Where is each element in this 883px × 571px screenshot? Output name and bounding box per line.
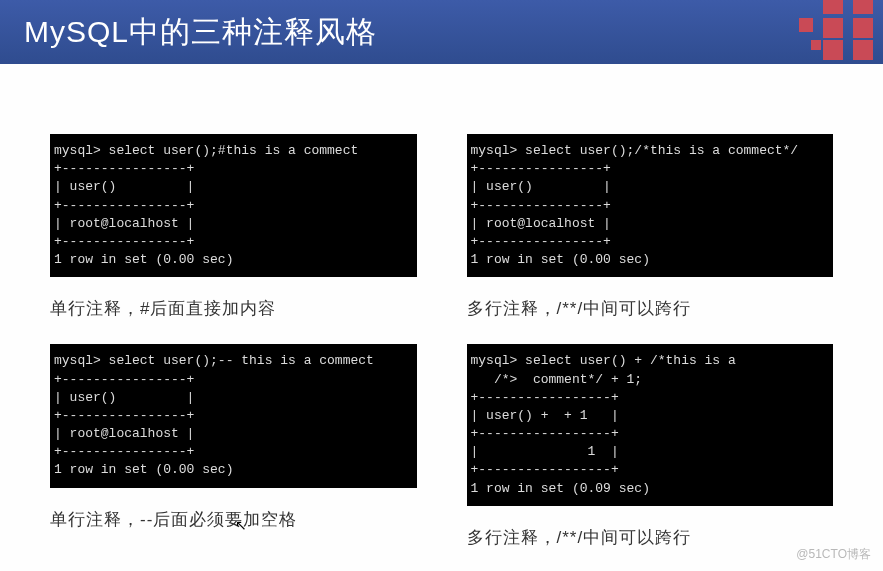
example-block-dash-comment: mysql> select user();-- this is a commec… xyxy=(50,344,417,549)
slide-content: mysql> select user();#this is a commect … xyxy=(0,64,883,569)
terminal-output: mysql> select user() + /*this is a /*> c… xyxy=(467,344,834,506)
terminal-output: mysql> select user();-- this is a commec… xyxy=(50,344,417,487)
slide-title: MySQL中的三种注释风格 xyxy=(24,12,377,53)
example-caption: 多行注释，/**/中间可以跨行 xyxy=(467,297,834,320)
terminal-output: mysql> select user();#this is a commect … xyxy=(50,134,417,277)
slide-header: MySQL中的三种注释风格 xyxy=(0,0,883,64)
example-block-multiline-span: mysql> select user() + /*this is a /*> c… xyxy=(467,344,834,549)
example-block-multiline-comment: mysql> select user();/*this is a commect… xyxy=(467,134,834,320)
example-caption: 单行注释，--后面必须要加空格 xyxy=(50,508,417,531)
header-decoration xyxy=(683,0,883,64)
example-caption: 多行注释，/**/中间可以跨行 xyxy=(467,526,834,549)
example-caption: 单行注释，#后面直接加内容 xyxy=(50,297,417,320)
example-block-hash-comment: mysql> select user();#this is a commect … xyxy=(50,134,417,320)
watermark-text: @51CTO博客 xyxy=(796,546,871,563)
cursor-icon: ↖ xyxy=(235,517,247,533)
terminal-output: mysql> select user();/*this is a commect… xyxy=(467,134,834,277)
